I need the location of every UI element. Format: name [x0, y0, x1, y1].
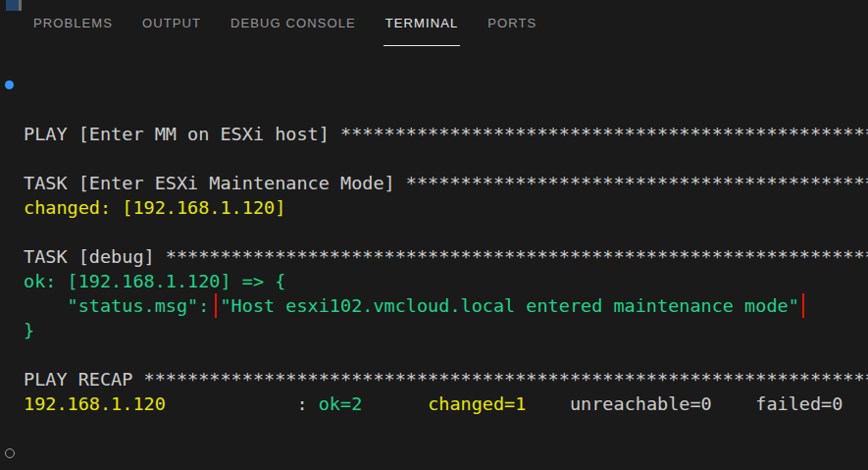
- tab-output[interactable]: OUTPUT: [140, 0, 203, 46]
- play-header-text: PLAY [Enter MM on ESXi host] ***********…: [24, 124, 868, 144]
- changed-line: changed: [192.168.1.120]: [0, 195, 868, 220]
- recap-host: 192.168.1.120: [24, 393, 166, 414]
- recap-changed-count: changed=1: [428, 393, 526, 414]
- task1-header-line: TASK [Enter ESXi Maintenance Mode] *****…: [0, 171, 868, 195]
- recap-unreachable-count: unreachable=0: [570, 393, 712, 414]
- status-msg-key: "status.msg":: [24, 295, 220, 316]
- recap-ok-count: ok=2: [319, 393, 363, 414]
- terminal-command-line: ansible@vmcloudlocal:~/Desktop/Playbooks…: [0, 73, 868, 97]
- recap-header-text: PLAY RECAP *****************************…: [24, 369, 868, 390]
- cropped-editor-fragment: [6, 0, 22, 11]
- tab-ports[interactable]: PORTS: [485, 0, 538, 46]
- recap-gap: [526, 393, 570, 414]
- task2-header-line: TASK [debug] ***************************…: [0, 244, 868, 269]
- command-success-decoration-icon[interactable]: [5, 80, 14, 89]
- tab-problems[interactable]: PROBLEMS: [31, 0, 115, 46]
- recap-header-line: PLAY RECAP *****************************…: [0, 367, 868, 392]
- terminal-output[interactable]: ansible@vmcloudlocal:~/Desktop/Playbooks…: [0, 46, 868, 465]
- command-prompt-decoration-icon[interactable]: [5, 448, 15, 458]
- blank-line: [0, 97, 868, 122]
- task2-header-text: TASK [debug] ***************************…: [24, 246, 868, 267]
- recap-spacer: :: [166, 393, 319, 414]
- status-msg-value-annotation-box: "Host esxi102.vmcloud.local entered main…: [220, 295, 798, 316]
- blank-line: [0, 342, 868, 367]
- terminal-prompt-line[interactable]: ansible@vmcloudlocal:~/Desktop/Playbooks…: [0, 441, 868, 465]
- task1-header-text: TASK [Enter ESXi Maintenance Mode] *****…: [24, 173, 868, 193]
- changed-text: changed: [192.168.1.120]: [24, 197, 285, 218]
- recap-failed-count: failed=0: [755, 393, 842, 414]
- tab-debug-console[interactable]: DEBUG CONSOLE: [229, 0, 358, 46]
- recap-stats-line: 192.168.1.120 : ok=2 changed=1 unreachab…: [0, 392, 868, 416]
- status-msg-line: "status.msg": "Host esxi102.vmcloud.loca…: [0, 293, 868, 318]
- ok-line: ok: [192.168.1.120] => {: [0, 269, 868, 293]
- ok-text: ok: [192.168.1.120] => {: [24, 271, 285, 291]
- blank-line: [0, 146, 868, 171]
- recap-gap: [362, 393, 428, 414]
- blank-line: [0, 416, 868, 441]
- blank-line: [0, 220, 868, 244]
- play-header-line: PLAY [Enter MM on ESXi host] ***********…: [0, 122, 868, 146]
- recap-gap: [712, 393, 756, 414]
- close-brace-line: }: [0, 318, 868, 342]
- vscode-terminal-panel: PROBLEMS OUTPUT DEBUG CONSOLE TERMINAL P…: [0, 0, 868, 470]
- tab-terminal[interactable]: TERMINAL: [383, 0, 461, 46]
- panel-tabbar: PROBLEMS OUTPUT DEBUG CONSOLE TERMINAL P…: [0, 0, 868, 46]
- close-brace-text: }: [24, 320, 34, 340]
